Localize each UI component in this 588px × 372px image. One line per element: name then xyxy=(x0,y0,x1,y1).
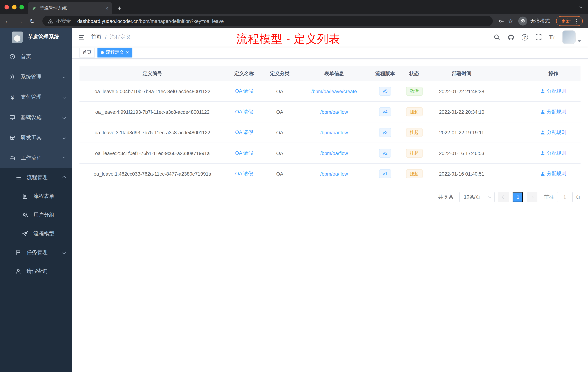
version-badge: v5 xyxy=(379,87,391,96)
pagination-goto: 前往 页 xyxy=(544,192,580,202)
new-tab-button[interactable]: + xyxy=(117,5,122,12)
close-window-button[interactable] xyxy=(5,5,9,10)
definition-id: oa_leave:2:3c1f0ef1-76b1-11ec-9c66-a2380… xyxy=(79,150,225,156)
breadcrumb-separator: / xyxy=(105,34,106,40)
prev-page-button[interactable] xyxy=(498,192,509,202)
reload-button[interactable]: ↻ xyxy=(28,18,37,24)
col-header-form-info: 表单信息 xyxy=(296,70,372,77)
incognito-label: 无痕模式 xyxy=(530,18,550,24)
definition-id: oa_leave:1:482ec033-762a-11ec-8477-a2380… xyxy=(79,171,225,176)
definition-category: OA xyxy=(263,171,297,176)
key-icon[interactable] xyxy=(498,18,504,24)
sidebar-item-label: 请假查询 xyxy=(27,268,67,275)
user-icon xyxy=(540,130,545,135)
goto-page-input[interactable] xyxy=(557,192,573,202)
pagination: 共 5 条 10条/页 1 前往 页 xyxy=(79,192,580,202)
sidebar-item-infrastructure[interactable]: 基础设施 xyxy=(0,107,72,128)
definition-name-link[interactable]: OA 请假 xyxy=(235,171,253,176)
chevron-down-icon xyxy=(488,195,492,198)
sidebar-item-home[interactable]: 首页 xyxy=(0,47,72,67)
browser-menu-icon[interactable]: ⋮ xyxy=(574,18,579,24)
assign-rule-link[interactable]: 分配规则 xyxy=(540,109,566,115)
page-size-select[interactable]: 10条/页 xyxy=(460,192,495,202)
tag-process-definition[interactable]: 流程定义 × xyxy=(97,47,132,57)
sidebar-item-user-group[interactable]: 用户分组 xyxy=(0,206,72,224)
sidebar-item-label: 工作流程 xyxy=(21,155,63,161)
definition-name-link[interactable]: OA 请假 xyxy=(235,130,253,135)
definition-name-link[interactable]: OA 请假 xyxy=(235,88,253,94)
col-header-definition-id: 定义编号 xyxy=(79,70,225,77)
url-path: /bpm/manager/definition?key=oa_leave xyxy=(138,18,224,24)
url-text: dashboard.yudao.iocoder.cn/bpm/manager/d… xyxy=(77,18,224,24)
minimize-window-button[interactable] xyxy=(12,5,17,10)
form-info-link[interactable]: /bpm/oa/flow xyxy=(320,109,348,115)
update-button[interactable]: 更新 ⋮ xyxy=(556,16,583,26)
hamburger-icon[interactable] xyxy=(72,34,91,41)
sidebar-item-task-management[interactable]: 任务管理 xyxy=(0,243,72,262)
sidebar-item-workflow[interactable]: 工作流程 xyxy=(0,148,72,168)
page-1-button[interactable]: 1 xyxy=(513,192,523,202)
sidebar-item-dev-tools[interactable]: 研发工具 xyxy=(0,128,72,148)
navbar-right-tools: ? TT xyxy=(494,30,588,44)
tag-label: 流程定义 xyxy=(106,49,124,55)
tag-close-icon[interactable]: × xyxy=(126,50,129,55)
document-icon xyxy=(22,193,29,199)
logo-area[interactable]: 芋道管理系统 xyxy=(0,28,72,47)
assign-rule-link[interactable]: 分配规则 xyxy=(540,88,566,95)
tab-overflow-chevron-icon[interactable] xyxy=(580,2,582,9)
user-menu[interactable] xyxy=(562,30,581,44)
sidebar-item-label: 支付管理 xyxy=(21,94,63,101)
sidebar-item-label: 系统管理 xyxy=(21,74,63,80)
pagination-total: 共 5 条 xyxy=(438,194,453,200)
github-icon[interactable] xyxy=(507,34,514,41)
table-row: oa_leave:5:004b710b-7b8a-11ec-8ef0-acde4… xyxy=(79,81,580,102)
sidebar-item-process-model[interactable]: 流程模型 xyxy=(0,224,72,243)
zoom-window-button[interactable] xyxy=(20,5,24,10)
form-info-link[interactable]: /bpm/oa/leave/create xyxy=(311,88,357,94)
caret-down-icon xyxy=(578,40,581,42)
assign-rule-link[interactable]: 分配规则 xyxy=(540,129,566,136)
status-badge: 挂起 xyxy=(406,149,422,158)
logo-title: 芋道管理系统 xyxy=(28,34,59,41)
monitor-icon xyxy=(9,114,16,120)
sidebar-item-process-management[interactable]: 流程管理 xyxy=(0,168,72,187)
form-info-link[interactable]: /bpm/oa/flow xyxy=(320,130,348,135)
browser-tab[interactable]: 芋道管理系统 × xyxy=(28,2,112,14)
text-size-icon[interactable]: TT xyxy=(549,34,555,41)
toolbox-icon xyxy=(9,135,16,141)
breadcrumb-home[interactable]: 首页 xyxy=(91,34,102,41)
yen-icon: ¥ xyxy=(9,94,16,100)
chevron-down-icon xyxy=(63,251,66,254)
status-badge: 激活 xyxy=(406,87,422,96)
tab-close-icon[interactable]: × xyxy=(105,5,108,11)
user-avatar[interactable] xyxy=(562,30,576,44)
form-info-link[interactable]: /bpm/oa/flow xyxy=(320,150,348,156)
goto-label: 前往 xyxy=(544,194,554,200)
assign-rule-link[interactable]: 分配规则 xyxy=(540,170,566,177)
table-row: oa_leave:1:482ec033-762a-11ec-8477-a2380… xyxy=(79,164,580,184)
assign-rule-link[interactable]: 分配规则 xyxy=(540,150,566,156)
flag-icon xyxy=(15,250,22,256)
help-icon[interactable]: ? xyxy=(522,34,528,40)
fullscreen-icon[interactable] xyxy=(535,34,542,41)
back-button[interactable]: ← xyxy=(3,18,12,24)
tag-home[interactable]: 首页 xyxy=(79,47,95,57)
table-body: oa_leave:5:004b710b-7b8a-11ec-8ef0-acde4… xyxy=(79,81,580,184)
bookmark-star-icon[interactable]: ☆ xyxy=(508,17,514,25)
next-page-button[interactable] xyxy=(527,192,537,202)
sidebar-item-system-management[interactable]: 系统管理 xyxy=(0,67,72,87)
definition-name-link[interactable]: OA 请假 xyxy=(235,109,253,114)
sidebar-item-leave-query[interactable]: 请假查询 xyxy=(0,262,72,281)
forward-button[interactable]: → xyxy=(15,18,25,24)
search-icon[interactable] xyxy=(494,34,500,41)
person-icon xyxy=(15,268,22,274)
url-omnibox[interactable]: 不安全 dashboard.yudao.iocoder.cn/bpm/manag… xyxy=(42,16,493,26)
form-info-link[interactable]: /bpm/oa/flow xyxy=(320,171,348,176)
chevron-down-icon xyxy=(63,96,66,99)
sidebar-item-payment-management[interactable]: ¥ 支付管理 xyxy=(0,87,72,107)
definition-name-link[interactable]: OA 请假 xyxy=(235,150,253,156)
user-icon xyxy=(540,151,545,155)
gear-icon xyxy=(9,74,16,80)
sidebar-item-process-form[interactable]: 流程表单 xyxy=(0,187,72,206)
app-frame: 芋道管理系统 首页 系统管理 ¥ 支付管理 xyxy=(0,28,588,372)
